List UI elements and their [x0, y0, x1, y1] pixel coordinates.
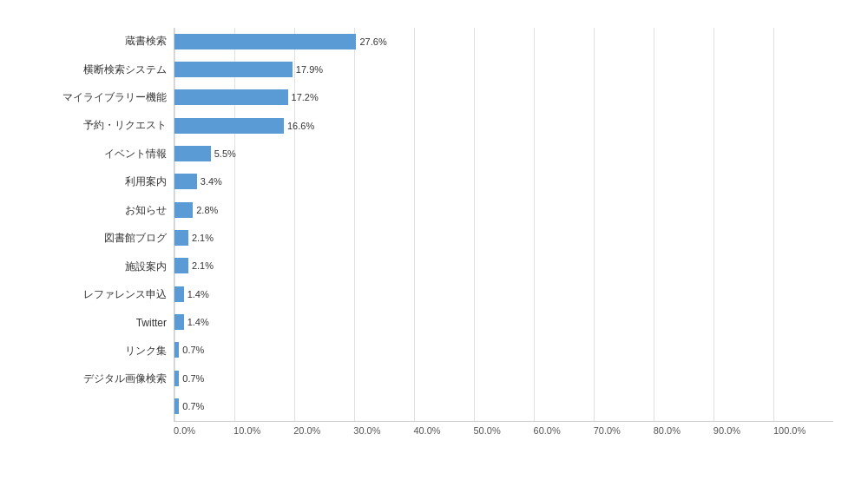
bar — [174, 286, 184, 302]
x-axis-tick: 40.0% — [413, 425, 473, 436]
bar — [174, 89, 288, 105]
bars-area: 27.6%17.9%17.2%16.6%5.5%3.4%2.8%2.1%2.1%… — [174, 28, 833, 422]
x-axis-tick: 50.0% — [473, 425, 533, 436]
bar — [174, 398, 179, 414]
labels-column: 蔵書検索横断検索システムマイライブラリー機能予約・リクエストイベント情報利用案内… — [26, 28, 174, 422]
bar-value-label: 27.6% — [359, 36, 386, 47]
bar — [174, 202, 193, 218]
bar-label-text: デジタル画像検索 — [26, 367, 167, 391]
bar-row: 2.1% — [174, 226, 833, 250]
x-axis-tick: 10.0% — [233, 425, 293, 436]
bar-value-label: 2.8% — [196, 205, 218, 215]
bar-row: 17.9% — [174, 57, 833, 82]
x-axis-tick: 60.0% — [534, 425, 594, 436]
bar-row: 2.8% — [174, 198, 833, 222]
bar — [174, 146, 211, 161]
bar-value-label: 17.2% — [292, 92, 319, 102]
bar-row: 1.4% — [174, 310, 833, 334]
bar — [174, 342, 179, 358]
bar — [174, 230, 188, 246]
bar-value-label: 2.1% — [192, 260, 214, 271]
bar-value-label: 16.6% — [287, 121, 314, 131]
bar — [174, 62, 293, 77]
bar-label-text: 利用案内 — [26, 170, 167, 194]
bar-label-text: Twitter — [26, 311, 167, 335]
bar-row: 0.7% — [174, 366, 833, 391]
bar-label-text: リンク集 — [26, 339, 167, 363]
bar-row: 0.7% — [174, 338, 833, 362]
bar-row: 0.7% — [174, 394, 833, 418]
x-axis-labels: 0.0%10.0%20.0%30.0%40.0%50.0%60.0%70.0%8… — [174, 422, 833, 436]
x-axis-tick: 90.0% — [713, 425, 773, 436]
bar-label-text: イベント情報 — [26, 141, 167, 166]
bar-label-text: 施設案内 — [26, 254, 167, 279]
bar — [174, 314, 184, 330]
x-axis-tick: 70.0% — [594, 425, 654, 436]
bar-label-text — [26, 395, 167, 419]
x-axis-tick: 20.0% — [293, 425, 353, 436]
bar-value-label: 0.7% — [182, 401, 204, 411]
bar — [174, 118, 284, 134]
bar — [174, 174, 197, 189]
bar-row: 2.1% — [174, 253, 833, 278]
bar-label-text: マイライブラリー機能 — [26, 86, 167, 110]
x-axis-tick: 80.0% — [654, 425, 713, 436]
bar — [174, 258, 188, 273]
x-axis-tick: 0.0% — [174, 425, 233, 436]
bar-label-text: お知らせ — [26, 198, 167, 222]
bar-value-label: 1.4% — [187, 289, 209, 299]
bar-value-label: 1.4% — [187, 317, 209, 327]
bar-value-label: 17.9% — [296, 64, 323, 75]
bar-row: 16.6% — [174, 114, 833, 138]
bar-label-text: レファレンス申込 — [26, 283, 167, 307]
bar-value-label: 0.7% — [182, 345, 204, 355]
x-axis-tick: 30.0% — [353, 425, 413, 436]
bar-label-text: 蔵書検索 — [26, 30, 167, 54]
bar-row: 27.6% — [174, 30, 833, 54]
bar-label-text: 予約・リクエスト — [26, 114, 167, 138]
bar-row: 5.5% — [174, 141, 833, 166]
bar-label-text: 図書館ブログ — [26, 227, 167, 251]
bar-row: 1.4% — [174, 282, 833, 306]
bar-row: 3.4% — [174, 169, 833, 194]
bar — [174, 34, 356, 49]
bar-label-text: 横断検索システム — [26, 57, 167, 82]
bar-value-label: 5.5% — [214, 148, 236, 159]
bar-value-label: 3.4% — [201, 176, 222, 187]
bar-value-label: 2.1% — [192, 233, 214, 243]
chart-area: 蔵書検索横断検索システムマイライブラリー機能予約・リクエストイベント情報利用案内… — [26, 28, 833, 422]
chart-container: 蔵書検索横断検索システムマイライブラリー機能予約・リクエストイベント情報利用案内… — [17, 10, 851, 470]
bar-row: 17.2% — [174, 85, 833, 109]
x-axis-tick: 100.0% — [773, 425, 833, 436]
bar-value-label: 0.7% — [182, 373, 204, 384]
bar — [174, 371, 179, 386]
